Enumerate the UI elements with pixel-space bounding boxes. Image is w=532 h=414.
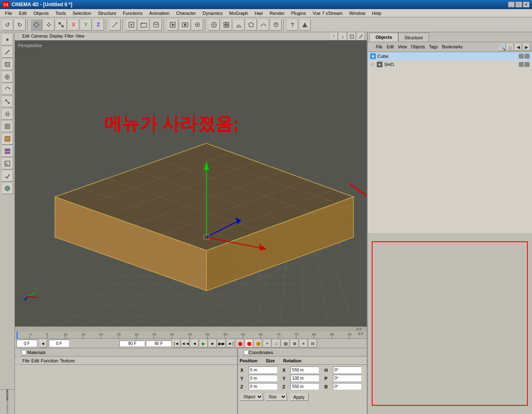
render-view-button[interactable] [179,19,191,31]
object-dot-2[interactable] [525,54,530,59]
viewport-display-menu[interactable]: Display [50,34,63,38]
polygons-tool-button[interactable] [2,59,13,70]
help-button[interactable]: ? [287,19,298,31]
viewport-edit-menu[interactable]: Edit [22,34,29,38]
current-frame-input[interactable] [17,340,37,347]
timeline-extra-5[interactable]: ≡ [299,339,308,347]
grid-snap-button[interactable] [221,19,232,31]
grid2-button[interactable] [2,121,13,132]
points-tool-button[interactable] [2,34,13,45]
right-file-menu[interactable]: File [376,45,382,49]
z-rot-input[interactable] [333,383,362,390]
materials-grip[interactable] [17,348,20,357]
frame-down-btn[interactable]: ◄ [39,339,47,347]
check-button[interactable] [2,170,13,182]
undo-button[interactable]: ↺ [2,19,13,31]
right-tags-menu[interactable]: Tags [429,45,438,49]
rotate-y-button[interactable]: Y [80,19,92,31]
prev-key-btn[interactable]: ◄ [190,339,199,347]
menu-file[interactable]: File [2,10,16,17]
timeline-extra-3[interactable]: ▤ [281,339,290,347]
timeline-extra-6[interactable]: ⊟ [309,339,317,347]
viewport-nav-1[interactable]: ↑ [330,32,338,40]
back-icon[interactable]: ◄ [515,43,522,51]
auto-key-btn[interactable]: ⬤ [254,339,262,347]
grid-button[interactable] [2,108,13,120]
record-active-btn[interactable]: ⬤ [236,339,244,347]
timeline-extra-1[interactable]: + [263,339,271,347]
viewport-nav-2[interactable]: ↓ [339,32,347,40]
menu-edit[interactable]: Edit [16,10,30,17]
tab-objects[interactable]: Objects [369,33,398,42]
menu-functions[interactable]: Functions [120,10,146,17]
menu-structure[interactable]: Structure [95,10,120,17]
scale-tool-button[interactable] [55,19,67,31]
object-snap-button[interactable] [233,19,245,31]
save-button[interactable] [150,19,162,31]
y-rot-input[interactable] [333,375,362,382]
menu-vue[interactable]: Vue 7 xStream [309,10,346,17]
texture2-button[interactable] [2,145,13,157]
menu-hair[interactable]: Hair [252,10,266,17]
next-frame-btn[interactable]: ▶▶ [218,339,226,347]
menu-animation[interactable]: Animation [146,10,173,17]
sho-dot-2[interactable] [525,62,530,67]
goto-end-btn[interactable]: ►| [227,339,235,347]
right-view-menu[interactable]: View [398,45,407,49]
rotate-button[interactable] [2,83,13,95]
menu-help[interactable]: Help [368,10,385,17]
menu-objects[interactable]: Objects [30,10,52,17]
viewport-filter-menu[interactable]: Filter [65,34,74,38]
edges-tool-button[interactable] [2,46,13,58]
viewport-toolbar-grip[interactable] [17,32,20,40]
viewport-3d[interactable]: 메뉴가 사라졌음; Perspective Y X [15,40,367,326]
render-region-button[interactable] [167,19,178,31]
scale-button[interactable] [2,96,13,107]
mat-texture-menu[interactable]: Texture [60,358,75,363]
prev-frame-btn[interactable]: ◄◄ [181,339,190,347]
new-scene-button[interactable] [126,19,137,31]
spline-tool-button[interactable] [258,19,269,31]
menu-tools[interactable]: Tools [52,10,69,17]
close-button[interactable]: × [523,2,530,7]
timeline-extra-2[interactable]: □ [272,339,280,347]
right-bookmarks-menu[interactable]: Bookmarks [442,45,463,49]
object-item-cube[interactable]: ■ Cube [368,52,532,60]
coords-checkbox[interactable] [244,350,249,355]
goto-start-btn[interactable]: |◄ [172,339,180,347]
home-icon[interactable]: ⌂ [506,43,514,51]
materials-menu-grip[interactable] [17,357,20,365]
right-toolbar-grip[interactable] [369,43,373,51]
timeline-extra-4[interactable]: ⊞ [290,339,299,347]
unknown-tool-button[interactable] [299,19,311,31]
x-position-input[interactable] [249,366,278,374]
x-size-input[interactable] [290,366,319,374]
move-button[interactable]: ⊕ [2,71,13,83]
mat-function-menu[interactable]: Function [41,358,58,363]
redo-button[interactable]: ↻ [14,19,26,31]
maximize-button[interactable]: □ [515,2,522,7]
texture-button[interactable] [2,133,13,145]
y-position-input[interactable] [249,375,278,382]
polygon-tool-button[interactable] [245,19,257,31]
paint-tool-button[interactable] [270,19,282,31]
open-button[interactable] [138,19,150,31]
coords-grip[interactable] [240,348,243,357]
next-key-btn[interactable]: ► [209,339,217,347]
viewport-cameras-menu[interactable]: Cameras [31,34,48,38]
object-dot-1[interactable] [519,54,524,59]
right-edit-menu[interactable]: Edit [387,45,394,49]
menu-selection[interactable]: Selection [69,10,95,17]
sphere-button[interactable] [2,183,13,194]
menu-window[interactable]: Window [346,10,368,17]
mat-file-menu[interactable]: File [22,358,30,363]
x-rot-input[interactable] [333,366,362,374]
y-size-input[interactable] [290,375,319,382]
right-objects-menu[interactable]: Objects [411,45,425,49]
snap-button[interactable] [208,19,220,31]
start-frame-input[interactable] [49,340,69,347]
forward-icon[interactable]: ► [523,43,530,51]
z-position-input[interactable] [249,383,278,390]
minimize-button[interactable]: _ [508,2,515,7]
tab-structure[interactable]: Structure [398,33,429,42]
